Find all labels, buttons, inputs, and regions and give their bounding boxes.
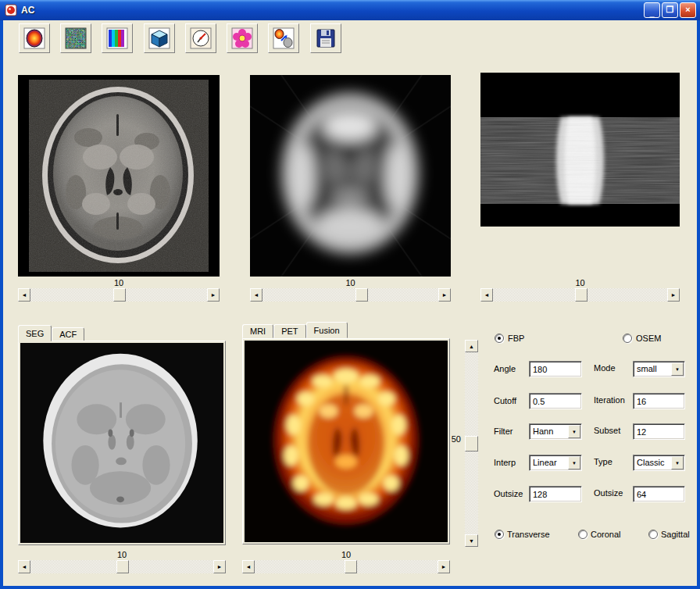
dial-icon [190, 27, 212, 49]
arrow-right-icon: ► [441, 564, 447, 569]
iteration-input[interactable] [633, 393, 685, 409]
pet-slice-scrollbar[interactable]: ◄ ► [250, 288, 451, 302]
scroll-left-button[interactable]: ◄ [242, 560, 255, 573]
subset-input[interactable] [633, 423, 685, 440]
chevron-down-icon[interactable]: ▼ [671, 456, 684, 469]
arrow-right-icon: ► [211, 292, 216, 298]
scroll-left-button[interactable]: ◄ [250, 288, 262, 302]
maximize-icon: ❐ [666, 5, 674, 15]
tab-acf[interactable]: ACF [52, 327, 84, 341]
seg-image-panel[interactable] [18, 341, 226, 545]
scrollbar-thumb[interactable] [575, 288, 588, 302]
app-window: AC _ ❐ × [0, 0, 700, 589]
toolbar-button-save[interactable] [310, 23, 341, 53]
titlebar[interactable]: AC _ ❐ × [0, 0, 700, 20]
toolbar-button-brain-colormap[interactable] [19, 23, 50, 53]
toolbar-button-color-stripes[interactable] [102, 23, 133, 53]
fusion-slice-label: 10 [242, 550, 450, 559]
scrollbar-thumb[interactable] [113, 288, 126, 302]
cutoff-label: Cutoff [494, 396, 516, 405]
cutoff-input[interactable] [529, 393, 582, 409]
scroll-left-button[interactable]: ◄ [18, 288, 30, 302]
seg-slice-scrollbar[interactable]: ◄ ► [18, 560, 226, 573]
mode-select[interactable]: small ▼ [633, 361, 685, 377]
chevron-down-icon[interactable]: ▼ [671, 362, 684, 376]
radio-transverse-label: Transverse [507, 530, 550, 539]
scrollbar-thumb[interactable] [355, 288, 368, 302]
seg-slice-label: 10 [18, 550, 226, 559]
toolbar-button-noise-colormap[interactable] [60, 23, 91, 53]
mri-slice-scrollbar[interactable]: ◄ ► [18, 288, 220, 302]
toolbar-button-fusion-arrow[interactable] [268, 23, 299, 53]
outsize-left-input[interactable] [529, 486, 582, 502]
fusion-image-panel[interactable] [242, 338, 450, 544]
toolbar-button-flower[interactable] [227, 23, 258, 53]
outsize-right-input[interactable] [633, 486, 685, 502]
scroll-right-button[interactable]: ► [207, 288, 220, 302]
scroll-right-button[interactable]: ► [438, 288, 451, 302]
fusion-slice-scrollbar[interactable]: ◄ ► [242, 560, 450, 573]
cube-icon [148, 27, 170, 49]
toolbar-button-dial[interactable] [185, 23, 216, 53]
arrow-left-icon: ◄ [484, 292, 490, 298]
scrollbar-track[interactable] [30, 288, 207, 302]
arrow-right-icon: ► [442, 292, 448, 298]
sinogram-image-panel[interactable] [480, 73, 680, 227]
radio-coronal[interactable] [578, 530, 588, 539]
arrow-left-icon: ◄ [246, 564, 252, 569]
minimize-icon: _ [649, 8, 654, 17]
scroll-right-button[interactable]: ► [667, 288, 680, 302]
angle-input[interactable] [529, 361, 582, 377]
maximize-button[interactable]: ❐ [662, 2, 678, 18]
scroll-right-button[interactable]: ► [213, 560, 226, 573]
scroll-left-button[interactable]: ◄ [18, 560, 30, 573]
outsize-left-label: Outsize [494, 489, 523, 498]
tab-pet[interactable]: PET [273, 324, 305, 338]
radio-fbp-label: FBP [508, 334, 524, 343]
chevron-down-icon[interactable]: ▼ [568, 425, 580, 438]
scroll-up-button[interactable]: ▲ [465, 340, 478, 352]
scrollbar-track[interactable] [465, 352, 478, 534]
scroll-down-button[interactable]: ▼ [465, 534, 478, 547]
chevron-down-icon[interactable]: ▼ [568, 456, 580, 469]
radio-sagittal[interactable] [648, 530, 658, 539]
radio-osem-label: OSEM [636, 334, 661, 343]
scrollbar-thumb[interactable] [116, 560, 129, 573]
angle-label: Angle [494, 364, 516, 373]
toolbar-button-cube[interactable] [144, 23, 175, 53]
fusion-brain-image [245, 341, 448, 542]
scroll-right-button[interactable]: ► [438, 560, 450, 573]
tab-seg[interactable]: SEG [18, 325, 52, 341]
seg-tab-strip: SEG ACF [18, 325, 84, 341]
threshold-vertical-scrollbar[interactable]: ▲ ▼ [465, 340, 478, 547]
scrollbar-thumb[interactable] [345, 560, 357, 573]
arrow-right-icon: ► [671, 292, 677, 298]
scrollbar-track[interactable] [30, 560, 213, 573]
filter-select[interactable]: Hann ▼ [529, 423, 582, 440]
radio-fbp[interactable] [495, 334, 504, 343]
interp-value: Linear [533, 458, 557, 467]
scrollbar-thumb[interactable] [465, 436, 478, 452]
tab-fusion[interactable]: Fusion [306, 322, 348, 338]
iteration-label: Iteration [594, 395, 625, 405]
mode-label: Mode [594, 363, 616, 373]
pet-image-panel[interactable] [250, 75, 451, 277]
radio-osem[interactable] [623, 334, 632, 343]
interp-select[interactable]: Linear ▼ [529, 455, 582, 471]
tab-mri[interactable]: MRI [242, 324, 273, 338]
type-select[interactable]: Classic ▼ [633, 455, 685, 471]
mri-image-panel[interactable] [18, 75, 220, 277]
scrollbar-track[interactable] [493, 288, 667, 302]
scrollbar-track[interactable] [262, 288, 438, 302]
type-value: Classic [637, 458, 664, 467]
sinogram-slice-scrollbar[interactable]: ◄ ► [480, 288, 680, 302]
noise-colormap-icon [65, 27, 87, 49]
sinogram-image [480, 73, 680, 227]
minimize-button[interactable]: _ [644, 2, 660, 18]
radio-transverse[interactable] [495, 530, 504, 539]
close-button[interactable]: × [680, 2, 696, 18]
pet-slice-label: 10 [250, 278, 451, 287]
mri-slice-label: 10 [18, 278, 220, 287]
scroll-left-button[interactable]: ◄ [480, 288, 493, 302]
scrollbar-track[interactable] [255, 560, 438, 573]
